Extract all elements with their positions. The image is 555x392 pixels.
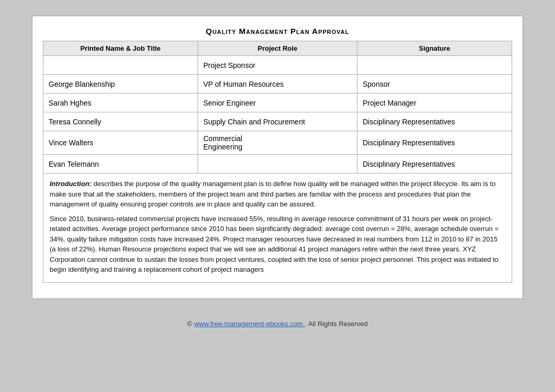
intro-section: Introduction: describes the purpose of t… (43, 174, 512, 283)
cell-role: Supply Chain and Procurement (198, 112, 357, 131)
cell-name: Evan Telemann (43, 155, 198, 174)
table-row: Teresa Connelly Supply Chain and Procure… (43, 112, 512, 131)
table-row: Evan Telemann Disciplinary Representativ… (43, 155, 512, 174)
cell-sig (357, 56, 512, 75)
table-row: George Blankenship VP of Human Resources… (43, 75, 512, 94)
document-title: Quality Management Plan Approval (43, 27, 512, 36)
intro-paragraph: Introduction: describes the purpose of t… (50, 179, 505, 210)
table-row: Sarah Hghes Senior Engineer Project Mana… (43, 94, 512, 112)
table-row: Vince Walters Commercial Engineering Dis… (43, 131, 512, 155)
cell-role: VP of Human Resources (198, 75, 357, 94)
footer-suffix: . All Rights Reserved (305, 320, 368, 328)
cell-name: Sarah Hghes (43, 94, 198, 112)
header-sig: Signature (357, 41, 512, 56)
cell-sig: Disciplinary Representatives (357, 155, 512, 174)
intro-body: Since 2010, business-related commercial … (50, 214, 505, 275)
cell-sig: Disciplinary Representatives (357, 112, 512, 131)
header-role: Project Role (198, 41, 357, 56)
cell-sig: Disciplinary Representatives (357, 131, 512, 155)
cell-role (198, 155, 357, 174)
intro-description: describes the purpose of the quality man… (50, 180, 495, 208)
cell-name: Vince Walters (43, 131, 198, 155)
cell-name: Teresa Connelly (43, 112, 198, 131)
table-row: Project Sponsor (43, 56, 512, 75)
document: Quality Management Plan Approval Printed… (32, 16, 523, 299)
cell-role: Commercial Engineering (198, 131, 357, 155)
cell-name: George Blankenship (43, 75, 198, 94)
header-name: Printed Name & Job Title (43, 41, 198, 56)
cell-sig: Sponsor (357, 75, 512, 94)
footer: © www.free-management-ebooks.com . All R… (187, 320, 368, 328)
cell-name (43, 56, 198, 75)
cell-role: Senior Engineer (198, 94, 357, 112)
approval-table: Printed Name & Job Title Project Role Si… (43, 41, 512, 174)
footer-link[interactable]: www.free-management-ebooks.com (194, 320, 305, 328)
footer-prefix: © (187, 320, 192, 328)
intro-label: Introduction: (50, 180, 91, 188)
cell-sig: Project Manager (357, 94, 512, 112)
cell-role: Project Sponsor (198, 56, 357, 75)
